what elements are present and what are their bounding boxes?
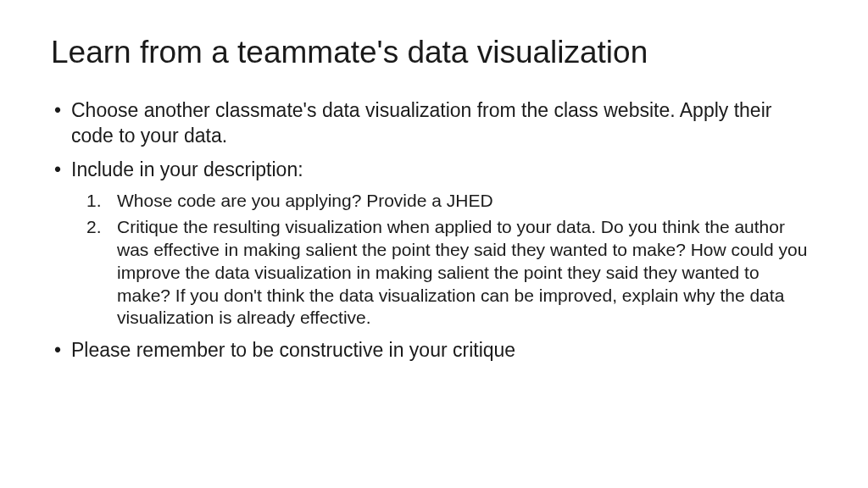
bullet-item: Include in your description: Whose code …	[51, 158, 817, 330]
numbered-item: Critique the resulting visualization whe…	[86, 216, 817, 330]
numbered-text: Whose code are you applying? Provide a J…	[117, 191, 493, 210]
slide-title: Learn from a teammate's data visualizati…	[51, 34, 817, 71]
numbered-item: Whose code are you applying? Provide a J…	[86, 190, 817, 213]
bullet-list: Choose another classmate's data visualiz…	[51, 98, 817, 363]
bullet-text: Please remember to be constructive in yo…	[71, 339, 515, 361]
bullet-item: Please remember to be constructive in yo…	[51, 338, 817, 363]
numbered-list: Whose code are you applying? Provide a J…	[86, 190, 817, 330]
bullet-item: Choose another classmate's data visualiz…	[51, 98, 817, 149]
bullet-text: Include in your description:	[71, 158, 303, 180]
bullet-text: Choose another classmate's data visualiz…	[71, 99, 771, 147]
numbered-text: Critique the resulting visualization whe…	[117, 217, 807, 328]
